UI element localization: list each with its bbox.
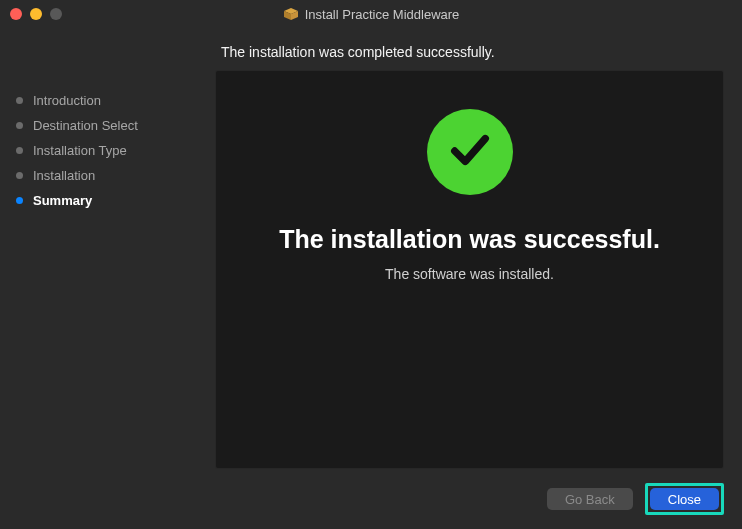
- sidebar-item-label: Summary: [33, 193, 92, 208]
- svg-marker-1: [284, 11, 291, 20]
- sidebar-item-introduction: Introduction: [16, 88, 205, 113]
- traffic-lights: [10, 8, 62, 20]
- go-back-button: Go Back: [547, 488, 633, 510]
- checkmark-icon: [447, 127, 493, 177]
- step-dot-icon: [16, 147, 23, 154]
- sidebar-item-label: Introduction: [33, 93, 101, 108]
- sidebar-item-label: Installation Type: [33, 143, 127, 158]
- window-minimize-button[interactable]: [30, 8, 42, 20]
- svg-marker-2: [291, 11, 298, 20]
- svg-marker-0: [284, 8, 298, 14]
- footer: Go Back Close: [215, 469, 724, 515]
- window-title: Install Practice Middleware: [305, 7, 460, 22]
- window-title-wrap: Install Practice Middleware: [0, 7, 742, 22]
- panel-subtitle: The software was installed.: [385, 266, 554, 282]
- main: The installation was completed successfu…: [215, 28, 742, 529]
- step-dot-icon: [16, 172, 23, 179]
- close-button[interactable]: Close: [650, 488, 719, 510]
- highlight-annotation: Close: [645, 483, 724, 515]
- window-maximize-button: [50, 8, 62, 20]
- step-dot-icon: [16, 197, 23, 204]
- sidebar-item-summary: Summary: [16, 188, 205, 213]
- sidebar-item-label: Installation: [33, 168, 95, 183]
- package-icon: [283, 8, 299, 20]
- step-dot-icon: [16, 97, 23, 104]
- sidebar: Introduction Destination Select Installa…: [0, 28, 215, 529]
- sidebar-item-installation-type: Installation Type: [16, 138, 205, 163]
- sidebar-item-destination-select: Destination Select: [16, 113, 205, 138]
- page-heading: The installation was completed successfu…: [215, 40, 724, 70]
- panel-title: The installation was successful.: [279, 225, 660, 254]
- success-badge: [427, 109, 513, 195]
- content-area: Introduction Destination Select Installa…: [0, 28, 742, 529]
- step-dot-icon: [16, 122, 23, 129]
- titlebar: Install Practice Middleware: [0, 0, 742, 28]
- window-close-button[interactable]: [10, 8, 22, 20]
- sidebar-item-label: Destination Select: [33, 118, 138, 133]
- content-panel: The installation was successful. The sof…: [215, 70, 724, 469]
- sidebar-item-installation: Installation: [16, 163, 205, 188]
